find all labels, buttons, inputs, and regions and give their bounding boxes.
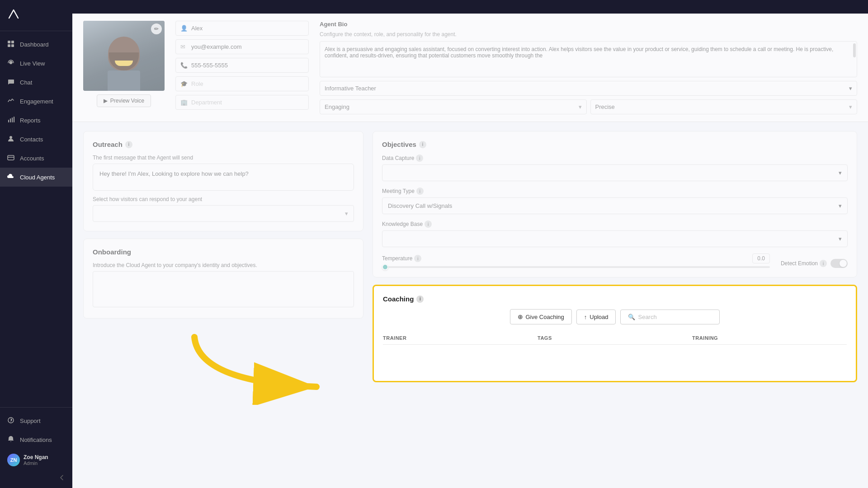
agent-name-value: Alex: [191, 25, 203, 32]
sidebar-item-support[interactable]: Support: [0, 411, 72, 430]
coaching-search-input[interactable]: 🔍 Search: [620, 310, 720, 324]
bio-textarea[interactable]: Alex is a persuasive and engaging sales …: [320, 41, 857, 77]
user-info: Zoe Ngan Admin: [24, 454, 48, 466]
onboarding-textarea[interactable]: [93, 271, 354, 307]
sidebar-item-accounts[interactable]: Accounts: [0, 149, 72, 168]
response-select[interactable]: ▾: [93, 205, 354, 222]
right-column: Objectives i Data Capture i ▾: [373, 131, 857, 382]
objectives-title: Objectives i: [382, 141, 848, 148]
sidebar-item-label: Engagement: [20, 98, 53, 105]
sidebar-item-label: Cloud Agents: [20, 174, 55, 181]
temperature-label: Temperature i 0.0: [382, 253, 770, 263]
engagement-icon: [7, 97, 15, 105]
coaching-info-icon[interactable]: i: [416, 296, 424, 303]
sidebar-item-notifications[interactable]: Notifications: [0, 430, 72, 449]
sidebar-item-label: Support: [20, 418, 41, 424]
svg-rect-5: [8, 120, 9, 122]
precision-select[interactable]: Precise ▾: [590, 99, 858, 114]
play-icon: ▶: [104, 98, 108, 104]
sidebar-collapse-button[interactable]: [0, 471, 72, 484]
detect-emotion-block: Detect Emotion i: [781, 259, 848, 268]
reports-icon: [7, 116, 15, 124]
contacts-icon: [7, 135, 15, 143]
slider-thumb[interactable]: [382, 264, 388, 270]
svg-rect-7: [12, 117, 13, 122]
dashboard-icon: [7, 40, 15, 48]
training-column-header: TRAINING: [692, 335, 847, 341]
agent-photo: ✏: [83, 21, 165, 91]
left-column: Outreach i The first message that the Ag…: [83, 131, 363, 382]
data-capture-row: Data Capture i ▾: [382, 155, 848, 181]
coaching-title: Coaching i: [383, 295, 847, 303]
sidebar-item-label: Reports: [20, 117, 41, 124]
knowledge-base-select[interactable]: ▾: [382, 230, 848, 247]
two-col-layout: Outreach i The first message that the Ag…: [72, 122, 868, 391]
detect-emotion-toggle[interactable]: [830, 259, 848, 268]
data-capture-info-icon[interactable]: i: [416, 155, 423, 162]
chevron-down-icon: ▾: [839, 169, 842, 176]
agent-role-placeholder: Role: [191, 80, 203, 87]
search-icon: 🔍: [628, 314, 635, 320]
knowledge-base-row: Knowledge Base i ▾: [382, 221, 848, 247]
temperature-info-icon[interactable]: i: [414, 255, 421, 262]
agent-name-field[interactable]: 👤 Alex: [175, 21, 309, 36]
bio-subtitle: Configure the context, role, and persona…: [320, 31, 857, 38]
sidebar-item-cloud-agents[interactable]: Cloud Agents: [0, 168, 72, 187]
first-message-value: Hey there! I'm Alex, Looking to explore …: [99, 170, 249, 177]
data-capture-select[interactable]: ▾: [382, 164, 848, 181]
agent-phone-field[interactable]: 📞 555-555-5555: [175, 58, 309, 73]
sidebar-item-engagement[interactable]: Engagement: [0, 92, 72, 111]
user-profile[interactable]: ZN Zoe Ngan Admin: [0, 449, 72, 471]
content-area: ✏ ▶ Preview Voice 👤 Alex ✉ you@example.c…: [72, 14, 868, 488]
meeting-type-info-icon[interactable]: i: [416, 188, 424, 195]
knowledge-base-info-icon[interactable]: i: [425, 221, 432, 228]
chevron-down-icon: ▾: [849, 103, 852, 110]
svg-rect-6: [10, 118, 11, 122]
sidebar-item-contacts[interactable]: Contacts: [0, 130, 72, 149]
agent-phone-value: 555-555-5555: [191, 62, 228, 69]
scrollbar: [853, 43, 856, 57]
email-icon: ✉: [180, 43, 188, 50]
agent-department-field[interactable]: 🏢 Department: [175, 95, 309, 110]
svg-rect-8: [14, 117, 14, 122]
personality-select[interactable]: Informative Teacher ▾: [320, 81, 857, 96]
preview-voice-label: Preview Voice: [110, 98, 144, 104]
tone-select[interactable]: Engaging ▾: [320, 99, 587, 114]
upload-button[interactable]: ↑ Upload: [576, 310, 616, 324]
upload-icon: ↑: [584, 314, 587, 320]
sidebar-item-dashboard[interactable]: Dashboard: [0, 35, 72, 54]
sidebar-item-liveview[interactable]: Live View: [0, 54, 72, 73]
department-icon: 🏢: [180, 99, 188, 106]
tone-value: Engaging: [325, 103, 349, 110]
agent-profile-section: ✏ ▶ Preview Voice 👤 Alex ✉ you@example.c…: [72, 14, 868, 122]
data-capture-label: Data Capture i: [382, 155, 848, 162]
objectives-info-icon[interactable]: i: [419, 141, 426, 148]
top-bar: [72, 0, 868, 14]
agent-email-field[interactable]: ✉ you@example.com: [175, 39, 309, 54]
chevron-down-icon: ▾: [849, 85, 852, 92]
svg-rect-10: [8, 155, 14, 160]
preview-voice-button[interactable]: ▶ Preview Voice: [97, 94, 151, 107]
chat-icon: [7, 78, 15, 86]
edit-photo-icon[interactable]: ✏: [151, 23, 162, 34]
meeting-type-select[interactable]: Discovery Call w/Signals ▾: [382, 197, 848, 214]
sidebar-item-label: Contacts: [20, 136, 43, 143]
sidebar-item-label: Live View: [20, 60, 45, 67]
upload-label: Upload: [590, 314, 608, 320]
temperature-slider[interactable]: [382, 266, 770, 268]
sidebar-navigation: Dashboard Live View Chat: [0, 31, 72, 407]
svg-rect-0: [8, 41, 10, 43]
sidebar-item-chat[interactable]: Chat: [0, 73, 72, 92]
outreach-info-icon[interactable]: i: [125, 141, 132, 148]
temperature-value: 0.0: [752, 253, 770, 263]
response-label: Select how visitors can respond to your …: [93, 196, 354, 202]
first-message-field[interactable]: Hey there! I'm Alex, Looking to explore …: [93, 164, 354, 191]
detect-emotion-info-icon[interactable]: i: [820, 260, 827, 267]
sidebar-item-reports[interactable]: Reports: [0, 111, 72, 130]
toggle-thumb: [840, 260, 847, 267]
give-coaching-button[interactable]: ⊕ Give Coaching: [510, 309, 572, 324]
onboarding-card: Onboarding Introduce the Cloud Agent to …: [83, 239, 363, 319]
agent-photo-block: ✏ ▶ Preview Voice: [83, 21, 165, 114]
agent-role-field[interactable]: 🎓 Role: [175, 76, 309, 91]
coaching-actions: ⊕ Give Coaching ↑ Upload 🔍 Search: [383, 309, 847, 324]
